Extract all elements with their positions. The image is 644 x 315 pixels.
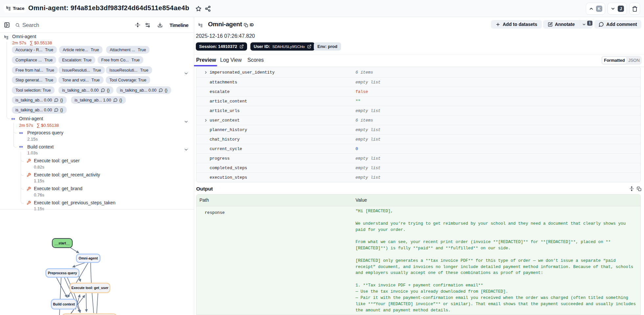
svg-text:Execute tool: get_user: Execute tool: get_user [71,286,108,290]
svg-text:__start__: __start__ [54,241,70,245]
svg-text:Preprocess query: Preprocess query [48,271,77,275]
svg-text:Omni-agent: Omni-agent [79,256,98,260]
svg-text:Build context: Build context [53,302,75,306]
